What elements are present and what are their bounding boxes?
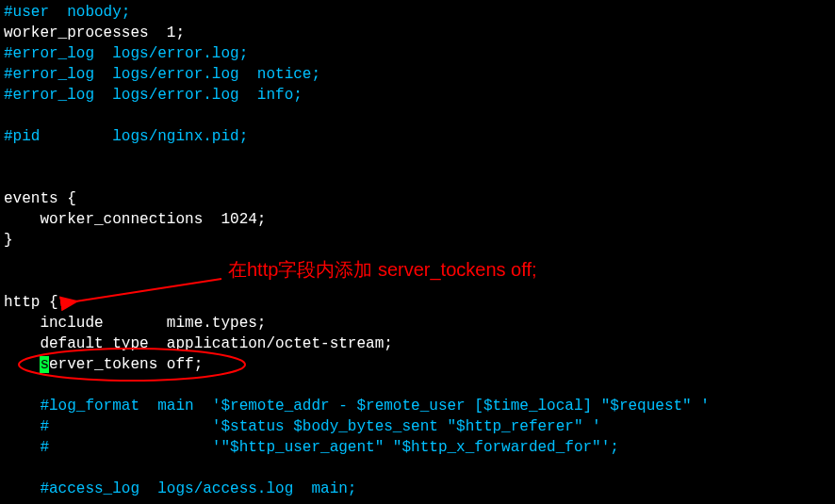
code-token: #log_format main '$remote_addr - $remote… [40,398,710,415]
code-line: #error_log logs/error.log; [4,45,248,62]
code-token: worker_processes 1; [4,24,185,41]
code-token: default_type application/octet-stream; [4,335,393,352]
code-token: #error_log logs/error.log notice; [4,66,320,83]
code-token: # '"$http_user_agent" "$http_x_forwarded… [40,439,619,456]
code-token: #error_log logs/error.log; [4,45,248,62]
code-token: # '$status $body_bytes_sent "$http_refer… [40,418,600,435]
terminal-text-editor[interactable]: #user nobody; worker_processes 1; #error… [4,2,835,499]
code-token [4,398,40,415]
code-token: include mime.types; [4,315,266,332]
code-line: default_type application/octet-stream; [4,335,393,352]
code-line: #user nobody; [4,4,130,21]
code-line: worker_connections 1024; [4,211,266,228]
code-token: #user nobody; [4,4,130,21]
code-line: events { [4,190,76,207]
code-token: } [4,232,13,249]
code-line: include mime.types; [4,315,266,332]
code-line: #log_format main '$remote_addr - $remote… [4,398,710,415]
code-token: #pid logs/nginx.pid; [4,128,248,145]
code-token [4,439,40,456]
code-line: } [4,232,13,249]
code-line: #error_log logs/error.log info; [4,87,303,104]
code-token: #error_log logs/error.log info; [4,87,303,104]
code-token: http { [4,294,58,311]
code-token [4,356,40,373]
code-token [4,418,40,435]
code-line: # '$status $body_bytes_sent "$http_refer… [4,418,601,435]
code-token: s [40,356,49,373]
code-token [4,480,40,497]
code-line: #error_log logs/error.log notice; [4,66,320,83]
code-line: http { [4,294,58,311]
code-token: #access_log logs/access.log main; [40,480,356,497]
code-line: worker_processes 1; [4,24,185,41]
code-line: # '"$http_user_agent" "$http_x_forwarded… [4,439,619,456]
code-token: erver_tokens off; [49,356,203,373]
code-line: #pid logs/nginx.pid; [4,128,248,145]
code-line: #access_log logs/access.log main; [4,480,356,497]
code-line: server_tokens off; [4,356,203,373]
code-token: events { [4,190,76,207]
code-token: worker_connections 1024; [4,211,266,228]
